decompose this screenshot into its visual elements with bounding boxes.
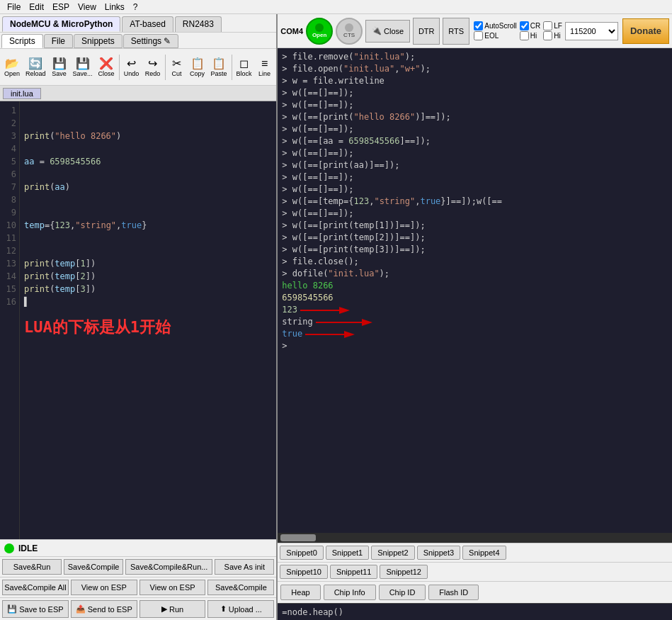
terminal-line: > w([==[]==]); xyxy=(282,87,668,99)
scroll-thumb[interactable] xyxy=(280,534,316,541)
view-esp-button-1[interactable]: View on ESP xyxy=(71,580,137,595)
snippet2-button[interactable]: Snippet2 xyxy=(371,546,414,560)
tab-settings[interactable]: Settings ✎ xyxy=(123,34,179,48)
dtr-button[interactable]: DTR xyxy=(413,18,440,45)
rts-button[interactable]: RTS xyxy=(443,18,469,45)
send-to-esp-button[interactable]: 📤 Send to ESP xyxy=(71,600,137,618)
paste-button[interactable]: 📋Paste xyxy=(208,55,230,79)
menu-esp[interactable]: ESP xyxy=(48,1,74,13)
tab-at[interactable]: AT-based xyxy=(122,16,173,32)
copy-button[interactable]: 📋Copy xyxy=(187,55,208,79)
save-button[interactable]: 💾Save xyxy=(49,55,70,79)
scroll-area[interactable] xyxy=(278,533,672,543)
serial-terminal[interactable]: > file.remove("init.lua"); > file.open("… xyxy=(278,48,672,533)
terminal-line: > dofile("init.lua"); xyxy=(282,268,668,280)
eol-checkbox[interactable]: EOL xyxy=(474,31,517,40)
autoscroll-checkbox-group: AutoScroll EOL xyxy=(474,21,517,40)
snippet3-button[interactable]: Snippet3 xyxy=(417,546,460,560)
close-file-button[interactable]: ❌Close xyxy=(96,55,118,79)
snippet4-button[interactable]: Snippet4 xyxy=(462,546,506,560)
file-tab-init[interactable]: init.lua xyxy=(3,88,41,99)
toolbar-sep1 xyxy=(119,55,120,80)
menu-links[interactable]: Links xyxy=(101,1,129,13)
donate-button[interactable]: Donate xyxy=(622,18,669,44)
cut-button[interactable]: ✂Cut xyxy=(167,55,187,79)
terminal-line: > w([==[aa = 6598545566]==]); xyxy=(282,135,668,147)
save-compile-button[interactable]: Save&Compile xyxy=(64,559,123,575)
save-as-button[interactable]: 💾Save... xyxy=(70,55,96,79)
terminal-line: > w([==[print(temp[2])]==]); xyxy=(282,232,668,244)
baud-rate-select[interactable]: 115200 9600 57600 xyxy=(565,22,618,40)
terminal-line: > file.open("init.lua","w+"); xyxy=(282,63,668,75)
view-esp-button-2[interactable]: View on ESP xyxy=(139,580,206,595)
toolbar-sep2 xyxy=(165,55,166,80)
extra-hi-checkbox[interactable]: Hi xyxy=(543,31,562,40)
left-panel: NodeMCU & MicroPython AT-based RN2483 Sc… xyxy=(0,14,278,620)
menu-view[interactable]: View xyxy=(74,1,101,13)
save-compile-run-button[interactable]: Save&Compile&Run... xyxy=(125,559,212,575)
serial-input-text: =node.heap() xyxy=(282,607,343,617)
snippet1-button[interactable]: Snippet1 xyxy=(326,546,369,560)
line-button[interactable]: ≡Line xyxy=(255,56,275,79)
svg-marker-1 xyxy=(339,307,350,314)
upload-button[interactable]: ⬆ Upload ... xyxy=(207,600,274,618)
code-editor[interactable]: 12345678910111213141516 print("hello 826… xyxy=(0,101,276,539)
terminal-cursor: > xyxy=(282,340,668,352)
run-label: Run xyxy=(169,605,183,614)
terminal-line-number: 6598545566 xyxy=(282,292,668,304)
toolbar: 📂Open 🔄Reload 💾Save 💾Save... ❌Close ↩Und… xyxy=(0,49,276,86)
close-port-button[interactable]: 🔌 Close xyxy=(365,20,410,43)
cr-checkbox[interactable]: CR xyxy=(520,21,540,30)
file-tab-bar: init.lua xyxy=(0,86,276,101)
lf-checkbox[interactable]: Hi xyxy=(520,31,540,40)
save-run-button[interactable]: Save&Run xyxy=(2,559,62,575)
menu-help[interactable]: ? xyxy=(129,1,142,13)
save-compile-button-2[interactable]: Save&Compile xyxy=(207,580,274,595)
snippet11-button[interactable]: Snippet11 xyxy=(330,565,378,579)
terminal-line: > file.close(); xyxy=(282,256,668,268)
send-to-esp-label: Send to ESP xyxy=(88,605,132,614)
chip-id-button[interactable]: Chip ID xyxy=(379,585,426,600)
cts-button[interactable]: CTS xyxy=(336,18,363,45)
run-button[interactable]: ▶ Run xyxy=(139,600,206,618)
open-port-button[interactable]: Open xyxy=(306,18,333,45)
terminal-line: > w([==[print(temp[3])]==]); xyxy=(282,244,668,256)
com-label: COM4 xyxy=(280,27,303,35)
tab-rn2483[interactable]: RN2483 xyxy=(175,16,222,32)
reload-button[interactable]: 🔄Reload xyxy=(23,55,49,79)
svg-marker-5 xyxy=(344,331,355,338)
heap-button[interactable]: Heap xyxy=(280,585,320,600)
save-to-esp-button[interactable]: 💾 Save to ESP xyxy=(2,600,69,618)
tab-commands[interactable]: File xyxy=(44,34,73,48)
close-icon: 🔌 xyxy=(372,26,382,35)
snippet10-button[interactable]: Snippet10 xyxy=(280,565,328,579)
status-bar: IDLE xyxy=(0,539,276,556)
terminal-line: > w = file.writeline xyxy=(282,75,668,87)
terminal-line: > w([==[print(temp[1])]==]); xyxy=(282,220,668,232)
terminal-line-string: string xyxy=(282,316,668,328)
block-button[interactable]: ◻Block xyxy=(234,55,255,79)
extra-cr-checkbox[interactable]: LF xyxy=(543,21,562,30)
open-button[interactable]: 📂Open xyxy=(1,55,23,79)
redo-button[interactable]: ↪Redo xyxy=(142,55,164,79)
tab-nodemcu[interactable]: NodeMCU & MicroPython xyxy=(2,16,120,32)
code-content[interactable]: print("hello 8266") aa = 6598545566 prin… xyxy=(20,101,276,539)
menu-edit[interactable]: Edit xyxy=(25,1,48,13)
undo-button[interactable]: ↩Undo xyxy=(121,55,142,79)
tab-snippets[interactable]: Snippets xyxy=(74,34,123,48)
save-compile-all-button[interactable]: Save&Compile All xyxy=(2,580,69,595)
status-text: IDLE xyxy=(18,543,38,553)
chip-info-button[interactable]: Chip Info xyxy=(324,585,376,600)
upload-label: Upload ... xyxy=(229,605,262,614)
tab-scripts[interactable]: Scripts xyxy=(1,34,43,48)
flash-id-button[interactable]: Flash ID xyxy=(428,585,479,600)
snippet0-button[interactable]: Snippet0 xyxy=(280,546,323,560)
save-to-esp-icon: 💾 xyxy=(7,604,17,614)
autoscroll-checkbox[interactable]: AutoScroll xyxy=(474,21,517,30)
save-as-init-button[interactable]: Save As init xyxy=(215,559,274,575)
terminal-line: > w([==[print(aa)]==]); xyxy=(282,159,668,171)
snippet12-button[interactable]: Snippet12 xyxy=(380,565,428,579)
send-to-esp-icon: 📤 xyxy=(76,604,86,614)
snippet-row-1: Snippet0 Snippet1 Snippet2 Snippet3 Snip… xyxy=(278,543,672,562)
menu-file[interactable]: File xyxy=(3,1,25,13)
